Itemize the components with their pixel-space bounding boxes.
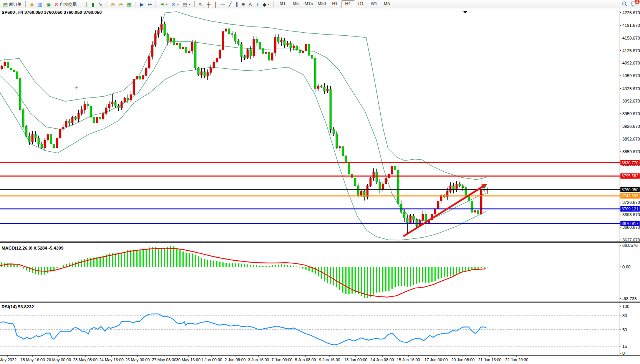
macd-histogram-bar <box>382 267 383 292</box>
macd-histogram-bar <box>32 267 33 273</box>
macd-histogram-bar <box>278 265 279 267</box>
chat-icon[interactable]: 1 <box>631 1 637 8</box>
timeframe-m5[interactable]: M5 <box>289 0 302 8</box>
macd-histogram-bar <box>63 265 64 267</box>
chevron-down-icon[interactable]: ▾ <box>189 3 191 6</box>
timeframe-d1[interactable]: D1 <box>355 0 368 8</box>
indicators-button[interactable]: ⊞▾ <box>158 0 169 8</box>
timeframe-m15[interactable]: M15 <box>302 0 315 8</box>
time-tick-label: 26 May 00:00 <box>125 357 150 362</box>
chart-plot-area[interactable] <box>0 8 620 355</box>
search-icon[interactable] <box>622 1 628 8</box>
macd-histogram-bar <box>428 267 429 283</box>
chevron-down-icon[interactable]: ▾ <box>177 3 179 6</box>
periods-icon: ⊙ <box>171 2 176 7</box>
macd-histogram-bar <box>367 267 368 298</box>
auto-scroll-button[interactable]: ▶ <box>138 0 146 8</box>
candle-bull <box>151 45 153 56</box>
macd-histogram-bar <box>229 263 230 267</box>
macd-histogram-bar <box>13 264 15 267</box>
candle-bear <box>348 162 350 174</box>
price-line-badge-label: 3709.121 <box>622 207 638 211</box>
data-window-button[interactable]: ▥ <box>36 0 44 8</box>
crosshair-button[interactable]: ┼ <box>205 0 212 8</box>
zoom-in-button[interactable]: ⊕ <box>109 0 117 8</box>
macd-histogram-bar <box>456 267 457 274</box>
macd-histogram-bar <box>299 267 300 268</box>
chevron-down-icon[interactable]: ▾ <box>268 3 270 6</box>
autotrade-button[interactable]: ⊘自动交易 <box>53 0 79 8</box>
time-tick-label: 13 Jun 00:00 <box>344 357 368 362</box>
text-icon: A <box>249 2 252 7</box>
candlestick-button[interactable]: ▮ <box>90 0 96 8</box>
tile-windows-button[interactable]: ▦ <box>125 0 133 8</box>
timeframe-h4[interactable]: H4 <box>342 0 355 8</box>
macd-histogram-bar <box>247 265 248 267</box>
timeframe-h1[interactable]: H1 <box>328 0 342 8</box>
price-line-badge-label: 3795.582 <box>622 174 638 178</box>
new-order-button[interactable]: ▤新订单 <box>1 0 23 8</box>
periods-button[interactable]: ⊙▾ <box>169 0 181 8</box>
candle-bull <box>188 51 190 53</box>
line-chart-button[interactable]: ∿ <box>96 0 104 8</box>
macd-histogram-bar <box>139 250 141 267</box>
candle-bull <box>213 62 215 68</box>
vline-button[interactable]: │ <box>212 0 219 8</box>
candle-bull <box>81 110 83 114</box>
candle-bear <box>416 220 418 226</box>
candle-bear <box>333 129 335 134</box>
zoom-out-button[interactable]: ⊖ <box>117 0 125 8</box>
candle-bear <box>197 68 199 75</box>
label-button[interactable]: T <box>254 0 261 8</box>
macd-histogram-bar <box>388 267 390 291</box>
toolbar-separator <box>81 1 81 7</box>
macd-histogram-bar <box>161 249 162 267</box>
macd-histogram-bar <box>152 247 153 267</box>
macd-histogram-bar <box>269 266 270 267</box>
macd-histogram-bar <box>465 267 466 271</box>
cursor-button[interactable]: ↖ <box>197 0 205 8</box>
mt4-window: ▤新订单◆▥◉⊘自动交易∥▮∿⊕⊖▦▶↦⊞▾⊙▾▤▾↖┼│─╱∥≡AT◆▾M1M… <box>0 0 640 364</box>
candle-bull <box>219 50 221 58</box>
time-tick-label: 20 Jun 08:00 <box>451 357 475 362</box>
market-watch-button[interactable]: ◆ <box>28 0 36 8</box>
trendline-button[interactable]: ╱ <box>227 0 234 8</box>
chevron-down-icon[interactable]: ▾ <box>166 3 167 6</box>
macd-histogram-bar <box>96 257 98 267</box>
candle-bull <box>274 38 276 53</box>
timeframe-w1[interactable]: W1 <box>368 0 381 8</box>
time-tick-label: 30 May 16:00 <box>176 357 201 362</box>
bar-chart-button[interactable]: ∥ <box>83 0 90 8</box>
candle-bull <box>124 98 126 102</box>
fibonacci-button[interactable]: ≡ <box>240 0 247 8</box>
candle-bull <box>96 117 98 123</box>
navigator-button[interactable]: ◉ <box>45 0 53 8</box>
price-line-badge-label: 3830.770 <box>622 160 638 165</box>
candle-bull <box>130 94 132 100</box>
chart-svg[interactable]: SP500-,H4 3760.050 3760.050 3760.050 376… <box>0 8 640 364</box>
candle-bull <box>161 24 162 30</box>
macd-histogram-bar <box>281 264 282 267</box>
macd-histogram-bar <box>413 267 414 285</box>
timeframe-m1[interactable]: M1 <box>276 0 289 8</box>
channel-button[interactable]: ∥ <box>234 0 240 8</box>
timeframe-mn[interactable]: MN <box>381 0 394 8</box>
auto-scroll-icon: ▶ <box>140 2 144 7</box>
candle-bear <box>10 68 12 70</box>
candle-bull <box>145 68 147 76</box>
vline-icon: │ <box>214 2 217 7</box>
macd-histogram-bar <box>422 267 423 282</box>
text-button[interactable]: A <box>247 0 254 8</box>
candle-bull <box>182 47 184 49</box>
candle-bear <box>75 117 76 119</box>
arrows-button[interactable]: ◆▾ <box>261 0 272 8</box>
macd-histogram-bar <box>275 265 276 267</box>
chart-shift-button[interactable]: ↦ <box>146 0 154 8</box>
hline-button[interactable]: ─ <box>219 0 227 8</box>
time-tick-label: 9 Jun 16:00 <box>319 357 340 362</box>
candle-bull <box>385 178 387 184</box>
templates-button[interactable]: ▤▾ <box>181 0 192 8</box>
timeframe-m30[interactable]: M30 <box>315 0 328 8</box>
candle-bear <box>354 178 356 186</box>
price-tick-label: 3992.670 <box>622 99 640 103</box>
